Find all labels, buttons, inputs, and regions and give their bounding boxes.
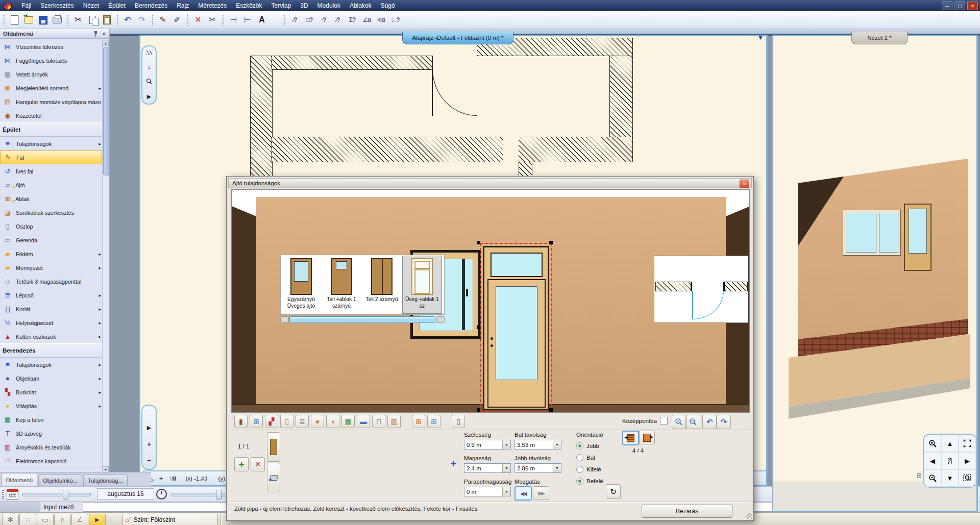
sidebar-item-3d-szöveg[interactable]: T3D szöveg — [0, 427, 102, 440]
grip-handle[interactable] — [549, 241, 553, 244]
wall-side-left-button[interactable]: ◀ — [622, 431, 639, 445]
sidebar-item-árnyékolók-és-textíliák[interactable]: ▥Árnyékolók és textíliák — [0, 440, 102, 454]
cut-element-button[interactable]: ✂ — [206, 13, 219, 27]
menu-item-7[interactable]: Eszközök — [231, 1, 266, 11]
sidebar-item-kép-a-falon[interactable]: ▦Kép a falon — [0, 413, 102, 427]
sidebar-item-sarokablak-szerkesztés[interactable]: ◪Sarokablak szerkesztés — [0, 206, 102, 219]
pan-left-button[interactable]: ◀ — [924, 452, 941, 469]
preview-undo-button[interactable]: ↶ — [702, 415, 717, 429]
sidebar-scrollbar[interactable]: ▲ ▼ — [102, 40, 109, 472]
sidebar-item-közzététel[interactable]: ◉Közzététel — [0, 109, 102, 122]
orientation-option-befelé[interactable]: Befelé — [576, 478, 603, 485]
preview-zoom-out-button[interactable] — [686, 415, 700, 429]
right-distance-combo[interactable]: 2.86 m▼ — [514, 463, 561, 473]
open-file-button[interactable] — [22, 13, 35, 27]
canvas-tool-pill-bottom[interactable]: ▶ + − — [141, 405, 157, 470]
menu-item-4[interactable]: Berendezés — [130, 1, 172, 11]
add-to-plan-button[interactable]: + — [448, 457, 459, 471]
material-bucket-button[interactable] — [267, 463, 280, 492]
menu-item-3[interactable]: Épület — [104, 1, 130, 11]
measure-tool-3[interactable]: ∕? — [331, 13, 345, 27]
zoom-in-button[interactable] — [924, 435, 941, 452]
sidebar-item-objektum[interactable]: ●Objektum▸ — [0, 371, 102, 385]
settings-gear-button[interactable]: ✻ — [2, 514, 19, 525]
sidebar-item-megjelenítési-sorrend[interactable]: ▣Megjelenítési sorrend▸ — [0, 81, 102, 95]
menu-item-2[interactable]: Nézet — [79, 1, 104, 11]
wall-side-right-button[interactable]: ▶ — [639, 431, 655, 444]
navigation-pad[interactable]: ▲◀▶▼ — [923, 434, 977, 488]
sidebar-item-világítás[interactable]: ●Világítás▸ — [0, 399, 102, 413]
pin-icon[interactable] — [92, 30, 99, 37]
sidebar-item-függőleges-tükrözés[interactable]: ⋉Függőleges tükrözés — [0, 54, 102, 67]
eyedropper-button[interactable]: ✐ — [170, 13, 184, 27]
format-brush-button[interactable]: ✎ — [156, 13, 169, 27]
magnifier-icon[interactable] — [146, 78, 153, 86]
menu-item-9[interactable]: 3D — [296, 1, 312, 11]
chevron-down-icon[interactable]: ▼ — [502, 440, 510, 449]
grid-small-icon[interactable]: ⊞ — [915, 472, 923, 479]
sidebar-item-burkolat[interactable]: ▚Burkolat▸ — [0, 385, 102, 399]
close-icon[interactable]: ✕ — [101, 30, 108, 37]
selection-rect-button[interactable]: ▭ — [37, 514, 54, 525]
zoom-out-icon[interactable]: − — [147, 457, 151, 464]
blinds-category-icon[interactable]: ≣ — [296, 415, 309, 428]
menu-item-10[interactable]: Modulok — [313, 1, 345, 11]
furniture-grid-a-icon[interactable]: ⊞ — [412, 415, 425, 428]
resize-grip[interactable] — [746, 513, 752, 519]
cursor-mode-button[interactable]: ► — [89, 514, 106, 525]
print-button[interactable] — [51, 13, 64, 27]
save-button[interactable] — [36, 13, 50, 27]
text-arrow-button[interactable]: A — [255, 13, 268, 27]
sidebar-item-kültéri-eszközök[interactable]: ▲Kültéri eszközök▸ — [0, 330, 102, 343]
pan-down-button[interactable]: ▼ — [941, 469, 959, 487]
trim-right-button[interactable]: ⊢ — [241, 13, 254, 27]
panel-tab-0[interactable]: Oldalmenü — [1, 473, 37, 486]
sidebar-item-elektromos-kapcsoló[interactable]: □Elektromos kapcsoló — [0, 454, 102, 468]
curtain-category-icon[interactable]: ▞ — [265, 415, 278, 428]
fit-view-button[interactable] — [959, 435, 976, 452]
sidebar-item-tetősík-3-magasságponttal[interactable]: ◇Tetősík 3 magasságponttal — [0, 274, 102, 288]
zoom-window-button[interactable] — [959, 469, 976, 487]
door-properties-dialog[interactable]: Ajtó tulajdonságok ✕ — [226, 176, 754, 521]
sidebar-item-helyiségpecsét[interactable]: ½Helyiségpecsét▸ — [0, 316, 102, 330]
window-category-icon[interactable]: ⊞ — [250, 415, 263, 428]
menu-item-0[interactable]: Fájl — [17, 1, 36, 11]
wall-segment[interactable] — [609, 56, 633, 137]
menu-item-6[interactable]: Méretezés — [193, 1, 231, 11]
orientation-option-bal[interactable]: Bal — [576, 454, 595, 461]
sidebar-item-ablak[interactable]: ⊞★Ablak — [0, 192, 102, 206]
column-category-icon[interactable]: ▯ — [280, 415, 293, 428]
sidebar-item-ajtó[interactable]: ▱★Ajtó — [0, 178, 102, 192]
measure-tool-5[interactable]: ∠α — [360, 13, 373, 27]
wall-segment[interactable] — [272, 56, 433, 70]
door-style-button[interactable] — [267, 432, 280, 462]
pan-hand-button[interactable] — [941, 452, 959, 469]
minimize-button[interactable]: ─ — [942, 2, 952, 10]
menu-item-11[interactable]: Ablakok — [345, 1, 376, 11]
level-combo[interactable]: ⌂2 Szint: Földszint — [122, 514, 218, 525]
refresh-button[interactable]: ↻ — [606, 484, 621, 499]
preview-redo-button[interactable]: ↷ — [717, 415, 731, 429]
scrollbar-left-grip[interactable] — [280, 316, 288, 323]
chevron-down-icon[interactable]: ▼ — [502, 487, 510, 496]
grip-handle[interactable] — [477, 408, 480, 412]
delete-button[interactable]: ✕ — [191, 13, 205, 27]
sidebar-item-íves-fal[interactable]: ↺Íves fal — [0, 164, 102, 178]
measure-tool-4[interactable]: Σ? — [346, 13, 359, 27]
delete-type-button[interactable]: ✕ — [251, 457, 265, 471]
reference-icon[interactable]: ↑R — [169, 476, 176, 482]
grip-handle[interactable] — [549, 408, 553, 412]
sidebar-item-hangulat-montázs-vágólapra-másolása[interactable]: ▤Hangulat montázs vágólapra másolása — [0, 95, 102, 109]
expand-icon[interactable]: ▶ — [147, 94, 151, 99]
sidebar-item-tulajdonságok[interactable]: ≡Tulajdonságok▸ — [0, 137, 102, 151]
sidebar-item-mennyezet[interactable]: ▰Mennyezet▸ — [0, 261, 102, 274]
chevron-down-icon[interactable]: ▼ — [553, 464, 561, 472]
tab-floorplan[interactable]: Alaprajz -Default - Földszint (0 m) * — [402, 32, 513, 44]
sidebar-item-tulajdonságok[interactable]: ≡Tulajdonságok▸ — [0, 358, 102, 371]
clock-icon[interactable] — [156, 489, 167, 499]
panel-tab-1[interactable]: Objektumkö... — [38, 474, 82, 486]
menu-item-5[interactable]: Rajz — [172, 1, 193, 11]
door-type-3[interactable]: Üveg +ablak 1 sz — [402, 256, 442, 314]
measure-tool-0[interactable]: ∕? — [288, 13, 302, 27]
zoom-out-button[interactable] — [924, 469, 941, 487]
